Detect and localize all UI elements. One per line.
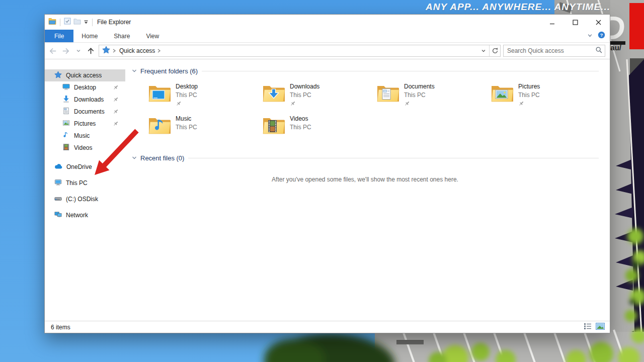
- videos-badge: [268, 120, 277, 132]
- titlebar[interactable]: File Explorer: [45, 15, 610, 30]
- search-icon[interactable]: [595, 46, 603, 56]
- ribbon-collapse-chevron-icon[interactable]: [587, 32, 593, 41]
- document-page-icon: [62, 107, 70, 116]
- sidebar-item-label: Pictures: [74, 120, 96, 127]
- frequent-folders-grid: Desktop This PC Downloads This PC: [131, 82, 599, 146]
- quick-access-star-icon[interactable]: [102, 46, 110, 56]
- folder-tile-documents[interactable]: Documents This PC: [360, 82, 474, 114]
- collapse-chevron-icon[interactable]: [131, 67, 137, 76]
- wallpaper-caption: ANY APP... ANYWHERE... ANYTIME...: [426, 2, 610, 13]
- address-dropdown-chevron-icon[interactable]: [478, 45, 489, 56]
- maximize-button[interactable]: [564, 15, 587, 30]
- help-icon[interactable]: ?: [598, 31, 605, 41]
- details-view-icon[interactable]: [584, 323, 592, 332]
- window-controls: [540, 15, 610, 30]
- sidebar-item-videos[interactable]: Videos: [45, 142, 125, 154]
- recent-files-header[interactable]: Recent files (0): [131, 153, 599, 163]
- folder-location: This PC: [290, 92, 319, 99]
- tab-view[interactable]: View: [138, 30, 167, 42]
- sidebar-item-documents[interactable]: Documents: [45, 106, 125, 118]
- folder-name: Pictures: [518, 83, 540, 90]
- thumbnails-view-icon[interactable]: [596, 323, 605, 332]
- new-folder-icon[interactable]: [73, 18, 81, 27]
- breadcrumb-chevron-icon[interactable]: [112, 48, 117, 54]
- sidebar-item-network[interactable]: Network: [45, 209, 125, 221]
- folder-tile-desktop[interactable]: Desktop This PC: [131, 82, 246, 114]
- group-title: Frequent folders (6): [140, 67, 198, 75]
- sidebar-item-onedrive[interactable]: OneDrive: [45, 161, 125, 173]
- navigation-pane: Quick access Desktop Downloads: [45, 59, 125, 321]
- sidebar-item-desktop[interactable]: Desktop: [45, 81, 125, 94]
- items-count: 6 items: [51, 324, 70, 331]
- svg-text:?: ?: [600, 33, 603, 38]
- sidebar-item-label: Quick access: [66, 72, 102, 79]
- folder-location: This PC: [404, 92, 435, 99]
- folder-tile-pictures[interactable]: Pictures This PC: [474, 82, 588, 114]
- desktop-badge: [152, 90, 165, 99]
- pin-icon: [113, 84, 119, 90]
- sidebar-item-osdisk[interactable]: (C:) OSDisk: [45, 193, 125, 205]
- folder-tile-downloads[interactable]: Downloads This PC: [246, 82, 360, 114]
- frequent-folders-header[interactable]: Frequent folders (6): [131, 66, 599, 76]
- pictures-badge: [496, 90, 508, 99]
- quick-access-star-icon: [54, 71, 62, 80]
- toolbar-separator: [92, 19, 93, 26]
- group-title: Recent files (0): [140, 154, 184, 162]
- toolbar-separator: [60, 19, 60, 26]
- tab-file[interactable]: File: [45, 30, 73, 42]
- items-view: Frequent folders (6) Desktop: [125, 59, 610, 321]
- navigation-bar: Quick access: [45, 43, 610, 59]
- sidebar-item-label: Desktop: [74, 84, 96, 91]
- onedrive-cloud-icon: [54, 163, 62, 171]
- tab-share[interactable]: Share: [106, 30, 138, 42]
- customize-toolbar-chevron-icon[interactable]: [84, 18, 89, 27]
- forward-button[interactable]: [59, 45, 72, 57]
- sidebar-item-label: OneDrive: [66, 163, 92, 170]
- minimize-button[interactable]: [540, 15, 564, 30]
- file-explorer-window: File Explorer File Home Share View ?: [44, 14, 610, 333]
- pin-icon: [518, 101, 524, 107]
- sidebar-item-this-pc[interactable]: This PC: [45, 177, 125, 189]
- sidebar-item-label: Downloads: [74, 96, 104, 103]
- downloads-arrow-icon: [62, 95, 70, 104]
- up-button[interactable]: [85, 45, 97, 57]
- recent-files-empty-message: After you've opened some files, we'll sh…: [131, 176, 599, 183]
- sidebar-item-label: Videos: [74, 144, 92, 151]
- properties-icon[interactable]: [64, 18, 71, 27]
- close-button[interactable]: [587, 15, 610, 30]
- back-button[interactable]: [47, 45, 59, 57]
- sidebar-item-label: (C:) OSDisk: [66, 196, 98, 203]
- sidebar-item-music[interactable]: Music: [45, 130, 125, 142]
- pin-icon: [113, 97, 119, 103]
- breadcrumb-quick-access[interactable]: Quick access: [119, 47, 155, 54]
- folder-name: Downloads: [290, 83, 319, 90]
- film-strip-icon: [62, 143, 70, 152]
- search-input[interactable]: [507, 47, 595, 54]
- sidebar-item-quick-access[interactable]: Quick access: [45, 69, 125, 81]
- tab-home[interactable]: Home: [73, 30, 106, 42]
- pin-icon: [404, 101, 410, 107]
- collapse-chevron-icon[interactable]: [131, 154, 137, 163]
- folder-icon: [491, 83, 514, 104]
- recent-locations-chevron-icon[interactable]: [72, 45, 85, 57]
- folder-tile-videos[interactable]: Videos This PC: [246, 114, 360, 146]
- breadcrumb-chevron-icon[interactable]: [156, 48, 162, 54]
- folder-tile-music[interactable]: Music This PC: [131, 114, 246, 146]
- group-divider: [202, 71, 599, 71]
- address-bar[interactable]: Quick access: [99, 45, 501, 57]
- quick-access-toolbar: [48, 18, 94, 27]
- folder-name: Documents: [404, 83, 435, 90]
- background-red-sign: [629, 3, 644, 49]
- sidebar-item-downloads[interactable]: Downloads: [45, 94, 125, 106]
- pin-icon: [176, 101, 182, 107]
- network-monitors-icon: [54, 211, 62, 220]
- folder-icon: [148, 83, 171, 104]
- sidebar-item-label: This PC: [66, 179, 88, 187]
- search-box[interactable]: [503, 45, 605, 57]
- sidebar-item-pictures[interactable]: Pictures: [45, 118, 125, 130]
- folder-location: This PC: [290, 124, 311, 131]
- pin-icon: [113, 121, 119, 127]
- folder-icon: [376, 83, 399, 104]
- refresh-icon[interactable]: [489, 45, 500, 56]
- file-explorer-icon: [48, 18, 56, 27]
